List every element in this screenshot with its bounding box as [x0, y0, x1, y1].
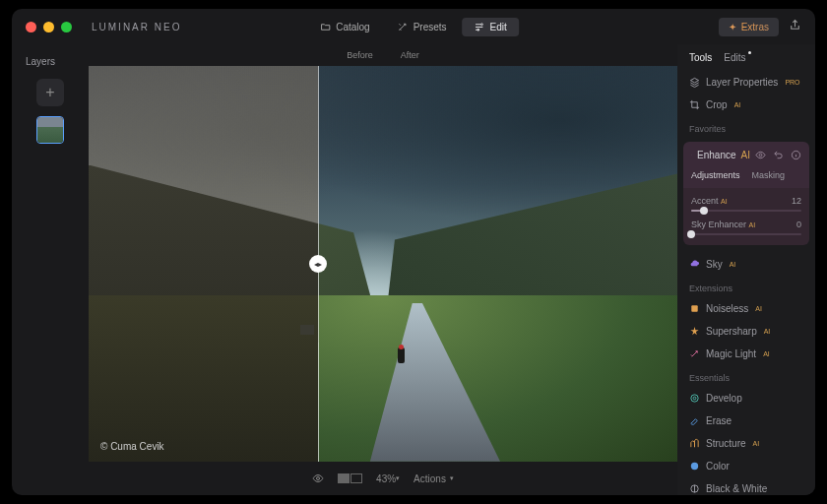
undo-icon[interactable] [773, 150, 784, 160]
subtab-adjustments[interactable]: Adjustments [691, 170, 740, 180]
svg-point-8 [693, 397, 696, 400]
image-credit: © Cuma Cevik [100, 441, 164, 452]
noiseless-icon [689, 303, 700, 314]
eye-icon [312, 472, 324, 484]
svg-point-9 [691, 463, 698, 470]
tool-magic-light[interactable]: Magic LightAI [677, 343, 815, 365]
enhance-icon [691, 155, 692, 156]
canvas-viewport[interactable]: © Cuma Cevik ◂▸ [89, 66, 677, 462]
after-label: After [401, 50, 419, 60]
section-extensions: Extensions [677, 276, 815, 297]
tab-edits[interactable]: Edits [724, 52, 745, 63]
tool-noiseless[interactable]: NoiselessAI [677, 297, 815, 320]
accent-value: 12 [792, 196, 801, 206]
edits-indicator-icon [748, 51, 751, 54]
color-icon [689, 461, 700, 472]
compare-header: Before After [89, 44, 677, 66]
svg-point-7 [691, 395, 698, 402]
folder-icon [320, 22, 331, 32]
bw-icon [689, 483, 700, 494]
titlebar: LUMINAR NEO Catalog Presets Edit ✦ Extra… [12, 9, 815, 44]
add-layer-button[interactable]: + [36, 79, 64, 106]
cloud-icon [689, 259, 700, 270]
section-essentials: Essentials [677, 365, 815, 387]
accent-slider[interactable] [691, 210, 801, 212]
enhance-sliders: Accent AI12 Sky Enhancer AI0 [683, 188, 809, 245]
canvas-footer: 43% ▾ Actions▾ [89, 462, 677, 495]
layer-thumbnail[interactable] [36, 116, 64, 144]
develop-icon [689, 393, 700, 404]
erase-icon [689, 415, 700, 426]
edit-tab[interactable]: Edit [463, 18, 519, 36]
view-mode-toggle[interactable] [338, 473, 362, 483]
catalog-tab[interactable]: Catalog [308, 18, 381, 36]
sky-enhancer-value: 0 [796, 220, 801, 229]
extras-button[interactable]: ✦ Extras [719, 18, 779, 36]
app-window: LUMINAR NEO Catalog Presets Edit ✦ Extra… [12, 9, 815, 495]
minimize-icon[interactable] [43, 22, 54, 32]
section-favorites: Favorites [677, 116, 815, 138]
magic-light-icon [689, 348, 700, 359]
actions-menu[interactable]: Actions▾ [414, 473, 454, 484]
wand-icon [398, 22, 409, 32]
layers-icon [689, 77, 700, 88]
crop-icon [689, 99, 700, 110]
supersharp-icon [689, 326, 700, 337]
close-icon[interactable] [26, 22, 36, 32]
tool-enhance: EnhanceAI Adjustments Masking [683, 142, 809, 188]
svg-point-0 [481, 23, 483, 25]
structure-icon [689, 438, 700, 449]
enhance-header[interactable]: EnhanceAI [683, 142, 809, 168]
sparkle-icon: ✦ [729, 22, 736, 32]
compare-slider-handle[interactable]: ◂▸ [309, 255, 327, 273]
quick-preview-button[interactable] [312, 472, 324, 484]
sliders-icon [475, 22, 485, 32]
app-brand: LUMINAR NEO [92, 22, 181, 32]
tool-color[interactable]: Color [677, 455, 815, 477]
tools-panel: Tools Edits Layer PropertiesPRO CropAI F… [677, 44, 815, 495]
share-button[interactable] [789, 18, 801, 35]
tool-crop[interactable]: CropAI [677, 94, 815, 116]
zoom-level[interactable]: 43% ▾ [376, 473, 400, 484]
top-nav: Catalog Presets Edit [308, 18, 519, 36]
info-icon[interactable] [791, 150, 801, 160]
svg-point-2 [317, 477, 320, 480]
window-controls [26, 22, 72, 32]
tool-erase[interactable]: Erase [677, 410, 815, 432]
tool-develop[interactable]: Develop [677, 387, 815, 410]
tool-bw[interactable]: Black & White [677, 477, 815, 495]
share-icon [789, 19, 801, 32]
svg-point-4 [759, 154, 762, 157]
presets-tab[interactable]: Presets [386, 18, 459, 36]
visibility-icon[interactable] [755, 150, 766, 160]
zoom-icon[interactable] [61, 22, 72, 32]
sky-enhancer-slider[interactable] [691, 233, 801, 235]
layers-title: Layers [26, 50, 55, 73]
tool-supersharp[interactable]: SupersharpAI [677, 320, 815, 343]
before-label: Before [347, 50, 373, 60]
tool-structure[interactable]: StructureAI [677, 432, 815, 455]
subtab-masking[interactable]: Masking [752, 170, 786, 180]
tool-layer-properties[interactable]: Layer PropertiesPRO [677, 71, 815, 94]
tab-tools[interactable]: Tools [689, 52, 712, 63]
svg-rect-6 [691, 305, 697, 311]
tool-sky[interactable]: SkyAI [677, 253, 815, 276]
layers-panel: Layers + [12, 44, 89, 495]
